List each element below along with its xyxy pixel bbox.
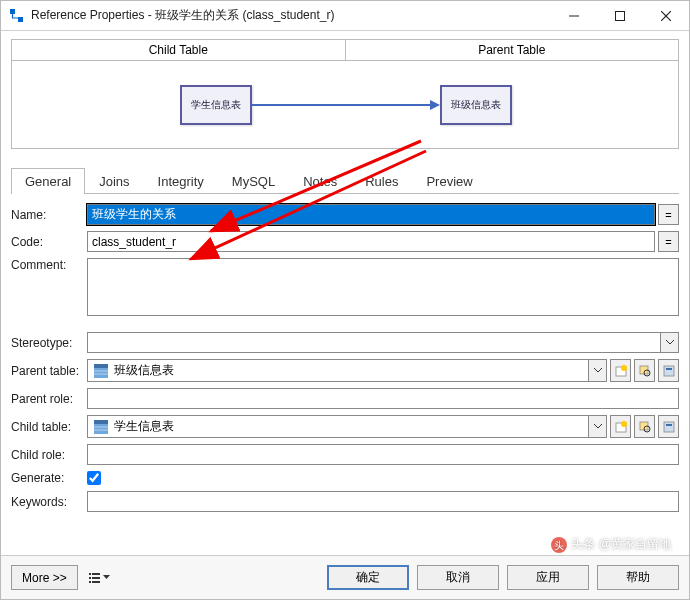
svg-rect-29	[92, 573, 100, 575]
svg-rect-30	[89, 577, 91, 579]
svg-point-13	[621, 365, 627, 371]
watermark: 头 头条 @黄家自留地	[551, 536, 671, 553]
name-sync-button[interactable]: =	[658, 204, 679, 225]
relationship-header: Child Table Parent Table	[1, 31, 689, 61]
more-button[interactable]: More >>	[11, 565, 78, 590]
chevron-down-icon[interactable]	[588, 416, 606, 437]
relationship-arrow-head	[430, 100, 440, 110]
chevron-down-icon[interactable]	[588, 360, 606, 381]
browse-table-button[interactable]	[634, 359, 655, 382]
svg-rect-0	[10, 9, 15, 14]
general-form: Name: = Code: = Comment: Stereotype: Par…	[1, 194, 689, 512]
browse-child-table-button[interactable]	[634, 415, 655, 438]
child-role-input[interactable]	[87, 444, 679, 465]
properties-table-button[interactable]	[658, 359, 679, 382]
table-icon	[92, 362, 110, 380]
tab-integrity[interactable]: Integrity	[144, 168, 218, 194]
stereotype-label: Stereotype:	[11, 336, 87, 350]
parent-entity-box[interactable]: 班级信息表	[440, 85, 512, 125]
svg-rect-17	[666, 368, 672, 370]
code-sync-button[interactable]: =	[658, 231, 679, 252]
help-button[interactable]: 帮助	[597, 565, 679, 590]
properties-child-table-button[interactable]	[658, 415, 679, 438]
svg-rect-33	[92, 581, 100, 583]
parent-table-combo[interactable]: 班级信息表	[87, 359, 607, 382]
svg-rect-1	[18, 17, 23, 22]
button-bar: More >> 确定 取消 应用 帮助	[1, 555, 689, 599]
tab-rules[interactable]: Rules	[351, 168, 412, 194]
tab-strip: General Joins Integrity MySQL Notes Rule…	[11, 167, 679, 194]
child-entity-label: 学生信息表	[191, 98, 241, 112]
apply-button[interactable]: 应用	[507, 565, 589, 590]
app-icon	[9, 8, 25, 24]
parent-role-input[interactable]	[87, 388, 679, 409]
svg-point-23	[621, 421, 627, 427]
child-role-label: Child role:	[11, 448, 87, 462]
relationship-arrow-line	[252, 104, 432, 106]
child-table-label: Child table:	[11, 420, 87, 434]
svg-rect-28	[89, 573, 91, 575]
table-icon	[92, 418, 110, 436]
child-table-header: Child Table	[12, 40, 346, 60]
code-input[interactable]	[87, 231, 655, 252]
keywords-label: Keywords:	[11, 495, 87, 509]
child-table-combo[interactable]: 学生信息表	[87, 415, 607, 438]
parent-table-value: 班级信息表	[114, 362, 588, 379]
parent-table-header: Parent Table	[346, 40, 679, 60]
tab-mysql[interactable]: MySQL	[218, 168, 289, 194]
child-entity-box[interactable]: 学生信息表	[180, 85, 252, 125]
svg-rect-27	[666, 424, 672, 426]
svg-rect-3	[616, 11, 625, 20]
cancel-button[interactable]: 取消	[417, 565, 499, 590]
name-input[interactable]	[87, 204, 655, 225]
list-icon	[88, 571, 102, 585]
generate-checkbox[interactable]	[87, 471, 101, 485]
window-title: Reference Properties - 班级学生的关系 (class_st…	[31, 7, 551, 24]
svg-rect-16	[664, 366, 674, 376]
svg-rect-31	[92, 577, 100, 579]
tab-joins[interactable]: Joins	[85, 168, 143, 194]
title-bar: Reference Properties - 班级学生的关系 (class_st…	[1, 1, 689, 31]
tab-notes[interactable]: Notes	[289, 168, 351, 194]
maximize-button[interactable]	[597, 1, 643, 31]
svg-rect-32	[89, 581, 91, 583]
chevron-down-icon	[103, 575, 110, 580]
stereotype-input[interactable]	[87, 332, 661, 353]
chevron-down-icon[interactable]	[661, 332, 679, 353]
comment-textarea[interactable]	[87, 258, 679, 316]
minimize-button[interactable]	[551, 1, 597, 31]
new-child-table-button[interactable]	[610, 415, 631, 438]
parent-table-label: Parent table:	[11, 364, 87, 378]
svg-rect-26	[664, 422, 674, 432]
relationship-diagram: 学生信息表 班级信息表	[11, 61, 679, 149]
stereotype-combo[interactable]	[87, 332, 679, 353]
name-label: Name:	[11, 208, 87, 222]
comment-label: Comment:	[11, 258, 87, 272]
tab-preview[interactable]: Preview	[412, 168, 486, 194]
ok-button[interactable]: 确定	[327, 565, 409, 590]
generate-label: Generate:	[11, 471, 87, 485]
tab-general[interactable]: General	[11, 168, 85, 194]
close-button[interactable]	[643, 1, 689, 31]
keywords-input[interactable]	[87, 491, 679, 512]
new-table-button[interactable]	[610, 359, 631, 382]
svg-rect-9	[94, 364, 108, 368]
parent-role-label: Parent role:	[11, 392, 87, 406]
parent-entity-label: 班级信息表	[451, 98, 501, 112]
svg-text:头: 头	[554, 540, 564, 551]
window-controls	[551, 1, 689, 31]
toolbar-dropdown[interactable]	[88, 571, 110, 585]
child-table-value: 学生信息表	[114, 418, 588, 435]
code-label: Code:	[11, 235, 87, 249]
svg-rect-19	[94, 420, 108, 424]
